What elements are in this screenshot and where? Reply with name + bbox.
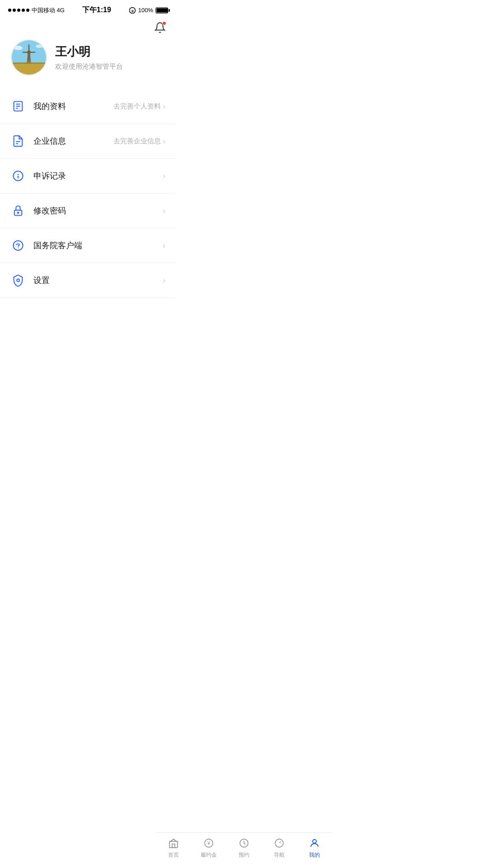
- profile-section: 王小明 欢迎使用沧港智管平台: [0, 35, 176, 89]
- menu-section: 我的资料 去完善个人资料 › 企业信息 去完善企业信息 ›: [0, 89, 176, 298]
- nav-label-home: 首页: [168, 851, 176, 859]
- menu-item-complaint-records[interactable]: 申诉记录 ›: [0, 159, 176, 193]
- menu-label-complaint-records: 申诉记录: [33, 170, 163, 181]
- lock-status-icon: ⊕: [129, 7, 136, 14]
- status-right: ⊕ 100%: [129, 7, 168, 14]
- menu-action-settings: ›: [163, 276, 165, 285]
- svg-rect-12: [12, 62, 46, 64]
- svg-rect-28: [172, 844, 175, 848]
- shield-settings-icon: [11, 273, 25, 288]
- avatar[interactable]: [11, 39, 47, 75]
- home-icon: [168, 837, 176, 849]
- svg-point-10: [14, 46, 23, 50]
- menu-label-change-password: 修改密码: [33, 205, 163, 216]
- svg-point-23: [18, 212, 19, 213]
- svg-point-24: [14, 241, 23, 250]
- menu-action-company-info: 去完善企业信息 ›: [113, 137, 165, 146]
- profile-subtitle: 欢迎使用沧港智管平台: [55, 62, 123, 71]
- avatar-image: [12, 40, 46, 75]
- menu-label-company-info: 企业信息: [33, 136, 113, 146]
- menu-item-settings[interactable]: 设置 ›: [0, 263, 176, 298]
- battery-icon: [155, 7, 168, 14]
- wechat-mini-icon: [11, 238, 25, 253]
- menu-action-state-council: ›: [163, 241, 165, 250]
- menu-label-settings: 设置: [33, 275, 163, 286]
- profile-name: 王小明: [55, 44, 123, 60]
- notification-badge: [162, 21, 166, 25]
- menu-label-state-council: 国务院客户端: [33, 240, 163, 251]
- signal-icon: [8, 9, 29, 12]
- bottom-nav: 首页 ¥ 履约金 预约 导航: [156, 832, 176, 868]
- document-list-icon: [11, 99, 25, 113]
- document-single-icon: [11, 134, 25, 148]
- status-left: 中国移动 4G: [8, 6, 65, 14]
- lock-icon: [11, 203, 25, 218]
- svg-point-11: [36, 45, 43, 48]
- info-circle-icon: [11, 169, 25, 183]
- nav-item-home[interactable]: 首页: [156, 837, 176, 859]
- carrier-text: 中国移动 4G: [32, 6, 65, 14]
- status-time: 下午1:19: [82, 5, 111, 15]
- menu-action-complaint-records: ›: [163, 171, 165, 181]
- svg-rect-3: [12, 64, 46, 75]
- menu-action-change-password: ›: [163, 206, 165, 216]
- menu-item-my-profile[interactable]: 我的资料 去完善个人资料 ›: [0, 89, 176, 124]
- menu-item-change-password[interactable]: 修改密码 ›: [0, 193, 176, 228]
- svg-point-25: [18, 247, 19, 248]
- battery-text: 100%: [138, 7, 153, 14]
- notification-area: [0, 19, 176, 35]
- menu-label-my-profile: 我的资料: [33, 101, 113, 112]
- status-bar: 中国移动 4G 下午1:19 ⊕ 100%: [0, 0, 176, 19]
- notification-bell[interactable]: [153, 20, 167, 35]
- menu-action-my-profile: 去完善个人资料 ›: [113, 102, 165, 111]
- svg-text:⊕: ⊕: [131, 9, 134, 13]
- svg-point-26: [17, 279, 19, 282]
- menu-item-state-council[interactable]: 国务院客户端 ›: [0, 228, 176, 263]
- profile-info: 王小明 欢迎使用沧港智管平台: [55, 44, 123, 71]
- menu-item-company-info[interactable]: 企业信息 去完善企业信息 ›: [0, 124, 176, 159]
